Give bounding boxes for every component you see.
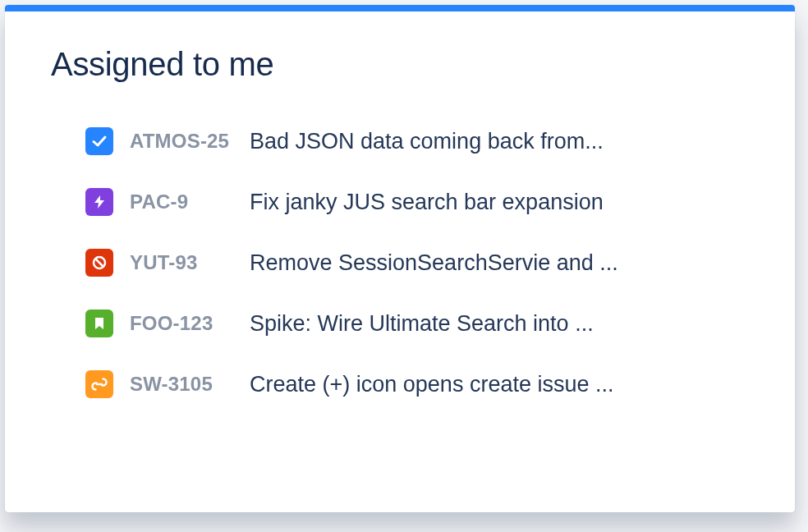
task-icon <box>85 127 113 155</box>
subtask-icon <box>85 370 113 398</box>
bug-icon <box>85 249 113 277</box>
issue-summary: Remove SessionSearchServie and ... <box>250 250 618 276</box>
issue-key: YUT-93 <box>130 251 250 274</box>
svg-line-1 <box>96 259 103 267</box>
issue-summary: Create (+) icon opens create issue ... <box>250 372 613 397</box>
story-icon <box>85 310 113 337</box>
issue-key: ATMOS-25 <box>130 130 250 153</box>
issue-row[interactable]: PAC-9 Fix janky JUS search bar expansion <box>85 188 749 216</box>
issue-row[interactable]: ATMOS-25 Bad JSON data coming back from.… <box>85 127 749 155</box>
issue-summary: Bad JSON data coming back from... <box>250 129 604 154</box>
issue-key: SW-3105 <box>130 373 250 396</box>
assigned-to-me-panel: Assigned to me ATMOS-25 Bad JSON data co… <box>5 5 795 512</box>
epic-icon <box>85 188 113 216</box>
issue-summary: Fix janky JUS search bar expansion <box>250 190 604 215</box>
panel-title: Assigned to me <box>51 46 749 83</box>
issue-summary: Spike: Wire Ultimate Search into ... <box>250 311 594 337</box>
issue-key: PAC-9 <box>130 190 250 213</box>
issue-list: ATMOS-25 Bad JSON data coming back from.… <box>51 127 749 398</box>
issue-row[interactable]: SW-3105 Create (+) icon opens create iss… <box>85 370 749 398</box>
issue-key: FOO-123 <box>130 312 250 335</box>
issue-row[interactable]: FOO-123 Spike: Wire Ultimate Search into… <box>85 310 749 337</box>
issue-row[interactable]: YUT-93 Remove SessionSearchServie and ..… <box>85 249 749 277</box>
